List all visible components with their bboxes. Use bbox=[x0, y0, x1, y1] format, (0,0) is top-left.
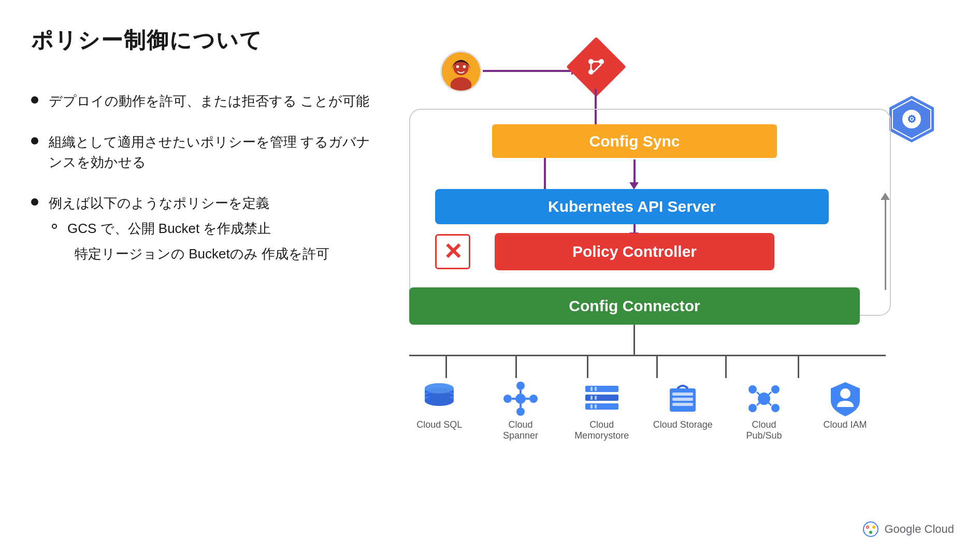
svg-point-23 bbox=[515, 394, 526, 404]
service-cloud-storage: Cloud Storage bbox=[646, 378, 719, 430]
svg-point-11 bbox=[588, 69, 594, 75]
service-cloud-spanner: CloudSpanner bbox=[484, 378, 557, 441]
svg-rect-39 bbox=[590, 404, 593, 409]
service-cloud-sql: Cloud SQL bbox=[403, 378, 475, 430]
cloud-iam-label: Cloud IAM bbox=[824, 419, 867, 430]
sub-bullet-dot bbox=[52, 224, 57, 229]
arrow-services-up-head bbox=[881, 193, 890, 200]
svg-rect-43 bbox=[672, 398, 693, 401]
diagram-panel: ⚙ bbox=[352, 16, 963, 523]
svg-point-57 bbox=[872, 526, 875, 529]
svg-rect-42 bbox=[672, 393, 693, 396]
cloud-storage-label: Cloud Storage bbox=[653, 419, 713, 430]
svg-point-25 bbox=[516, 408, 525, 416]
cloud-memorystore-icon bbox=[581, 378, 623, 419]
cloud-sql-icon bbox=[419, 378, 460, 419]
svg-point-22 bbox=[425, 383, 454, 394]
git-diamond-container bbox=[575, 46, 617, 88]
svg-point-58 bbox=[869, 531, 872, 534]
svg-line-14 bbox=[594, 64, 601, 72]
bullet-text-2: 組織として適用させたいポリシーを管理 するガバナンスを効かせる bbox=[49, 132, 373, 172]
sub-bullet-text-1: GCS で、公開 Bucket を作成禁止 bbox=[67, 219, 271, 239]
svg-rect-37 bbox=[590, 396, 593, 400]
cloud-memorystore-label: CloudMemorystore bbox=[574, 419, 629, 441]
config-sync-label: Config Sync bbox=[589, 133, 680, 150]
vline-pubsub bbox=[725, 355, 727, 378]
sub-sub-text: 特定リージョンの Bucketのみ 作成を許可 bbox=[31, 244, 373, 264]
bullet-dot bbox=[31, 198, 38, 206]
google-cloud-footer: Google Cloud bbox=[862, 521, 954, 538]
svg-point-46 bbox=[748, 385, 757, 394]
k8s-api-bar: Kubernetes API Server bbox=[435, 189, 829, 224]
service-cloud-pubsub: CloudPub/Sub bbox=[728, 378, 800, 441]
svg-point-54 bbox=[840, 388, 851, 399]
config-connector-label: Config Connector bbox=[569, 297, 700, 315]
svg-rect-33 bbox=[585, 395, 618, 401]
vline-storage bbox=[656, 355, 658, 378]
arrow-services-up bbox=[885, 197, 886, 290]
svg-point-21 bbox=[425, 396, 454, 406]
bullet-item-1: デプロイの動作を許可、または拒否する ことが可能 bbox=[31, 91, 373, 111]
google-cloud-logo-icon bbox=[862, 521, 879, 538]
cloud-iam-icon bbox=[825, 378, 866, 419]
line-horiz bbox=[409, 355, 886, 356]
cloud-storage-icon bbox=[662, 378, 703, 419]
svg-rect-34 bbox=[585, 403, 618, 410]
service-cloud-iam: Cloud IAM bbox=[809, 378, 882, 430]
svg-rect-38 bbox=[595, 396, 597, 400]
user-avatar bbox=[440, 51, 482, 92]
bullet-text-1: デプロイの動作を許可、または拒否する ことが可能 bbox=[49, 91, 369, 111]
svg-point-8 bbox=[463, 65, 466, 68]
cloud-spanner-label: CloudSpanner bbox=[503, 419, 538, 441]
config-connector-bar: Config Connector bbox=[409, 287, 860, 325]
bullet-dot bbox=[31, 96, 38, 104]
svg-point-59 bbox=[867, 527, 869, 528]
bullet-text-3: 例えば以下のようなポリシーを定義 bbox=[49, 193, 269, 213]
cloud-sql-label: Cloud SQL bbox=[416, 419, 462, 430]
svg-point-49 bbox=[771, 404, 780, 412]
config-sync-bar: Config Sync bbox=[492, 124, 777, 158]
x-icon-box: ✕ bbox=[435, 234, 470, 269]
svg-point-48 bbox=[748, 404, 757, 412]
svg-point-27 bbox=[529, 395, 538, 403]
svg-rect-36 bbox=[595, 387, 597, 391]
vline-memstore bbox=[587, 355, 588, 378]
vline-iam bbox=[798, 355, 799, 378]
arrow-user-to-git bbox=[483, 70, 573, 72]
svg-point-24 bbox=[516, 382, 525, 390]
service-cloud-memorystore: CloudMemorystore bbox=[566, 378, 638, 441]
vline-sql bbox=[445, 355, 447, 378]
svg-line-50 bbox=[757, 392, 760, 396]
svg-rect-44 bbox=[672, 403, 693, 406]
sub-bullet-item-1: GCS で、公開 Bucket を作成禁止 bbox=[31, 219, 373, 239]
diagram-area: ⚙ bbox=[383, 36, 943, 513]
arrow-configsync-k8s-head bbox=[629, 182, 639, 190]
arrow-configsync-k8s bbox=[633, 159, 636, 184]
svg-point-6 bbox=[451, 77, 472, 92]
k8s-logo: ⚙ bbox=[886, 93, 938, 145]
svg-text:⚙: ⚙ bbox=[907, 113, 916, 125]
bullet-item-2: 組織として適用させたいポリシーを管理 するガバナンスを効かせる bbox=[31, 132, 373, 172]
services-row: Cloud SQL CloudSpanner bbox=[399, 378, 886, 441]
cloud-pubsub-icon bbox=[743, 378, 785, 419]
svg-point-47 bbox=[771, 385, 780, 394]
vline-spanner bbox=[515, 355, 517, 378]
cloud-pubsub-label: CloudPub/Sub bbox=[746, 419, 782, 441]
k8s-api-label: Kubernetes API Server bbox=[548, 198, 716, 215]
cloud-spanner-icon bbox=[500, 378, 541, 419]
svg-point-55 bbox=[863, 522, 878, 536]
bullet-dot bbox=[31, 137, 38, 144]
svg-line-52 bbox=[757, 402, 760, 405]
bullet-list: デプロイの動作を許可、または拒否する ことが可能 組織として適用させたいポリシー… bbox=[31, 91, 373, 264]
x-icon: ✕ bbox=[443, 240, 463, 263]
svg-point-7 bbox=[456, 65, 459, 68]
bullet-item-3: 例えば以下のようなポリシーを定義 GCS で、公開 Bucket を作成禁止 特… bbox=[31, 193, 373, 264]
svg-point-26 bbox=[503, 395, 512, 403]
svg-line-51 bbox=[768, 392, 771, 396]
policy-controller-bar: Policy Controller bbox=[495, 233, 774, 270]
svg-rect-35 bbox=[590, 387, 593, 391]
policy-controller-label: Policy Controller bbox=[572, 243, 697, 260]
left-panel: ポリシー制御について デプロイの動作を許可、または拒否する ことが可能 組織とし… bbox=[31, 26, 373, 264]
svg-line-53 bbox=[768, 402, 771, 405]
svg-rect-40 bbox=[595, 404, 597, 409]
